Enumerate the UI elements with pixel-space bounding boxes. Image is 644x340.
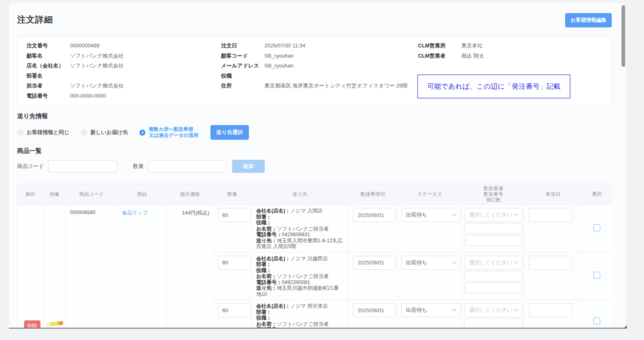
- radio-icon[interactable]: [17, 130, 23, 136]
- radio-icon[interactable]: [81, 130, 87, 136]
- phone-number: 000-0000-0000: [70, 91, 106, 101]
- quantity-cell: [214, 252, 251, 300]
- row-quantity-input[interactable]: [218, 256, 251, 270]
- row-quantity-input[interactable]: [218, 208, 251, 222]
- field-label: CLM営業者: [418, 51, 461, 61]
- field-label: 役職: [221, 71, 264, 81]
- ship-date-input[interactable]: [529, 303, 572, 317]
- table-header-row: 操作 画像 商品コード 商品 販売価格 数量 送り先 配達希望日 ステータス 配…: [18, 184, 612, 205]
- chevron-down-icon: [514, 259, 519, 264]
- col-header-product-code: 商品コード: [66, 184, 118, 205]
- ship-date-input[interactable]: [529, 256, 572, 270]
- row-checkbox[interactable]: [593, 318, 600, 324]
- store-name: ソフトバンク株式会社: [70, 61, 124, 71]
- tracking-number-input[interactable]: [465, 318, 523, 329]
- radio-new-destination[interactable]: 新しいお届け先: [81, 129, 128, 136]
- field-label: CLM営業所: [418, 41, 461, 51]
- quantity-cell: [214, 300, 251, 329]
- field-label: 顧客名: [27, 51, 70, 61]
- image-cell: [43, 205, 66, 329]
- select-cell: [582, 205, 612, 253]
- field-label: 注文日: [221, 41, 264, 51]
- price-cell: 144円(税込): [167, 205, 214, 329]
- address: 東京都港区 海岸東京ポートシティ竹芝オフィスタワー 29階: [264, 81, 407, 91]
- ship-date-cell: [525, 205, 582, 253]
- field-label: 顧客コード: [221, 51, 264, 61]
- delivery-date-cell: [349, 252, 397, 300]
- annotation-note: 可能であれば、この辺に「発注番号」記載: [417, 74, 570, 98]
- carrier-select[interactable]: 選択してください: [465, 256, 523, 270]
- product-name-cell: 食品ラップ: [118, 205, 167, 329]
- col-header-delivery-date: 配達希望日: [349, 184, 397, 205]
- field-label: 店名（会社名）: [27, 61, 70, 71]
- field-label: 注文番号: [27, 41, 70, 51]
- delivery-date-input[interactable]: [353, 256, 396, 270]
- customer-code-link[interactable]: SB_ryouhan: [264, 51, 294, 61]
- delivery-date-cell: [349, 205, 397, 253]
- destination-cell: 会社名(店名)：ノジマ 所沢本店 部署： 役職： お名前：ソフトバンクご担当者 …: [251, 300, 349, 329]
- row-checkbox[interactable]: [593, 224, 600, 231]
- radio-multiple-destinations[interactable]: 複数カ所へ配送希望 又は過去データの流用: [139, 126, 198, 139]
- row-checkbox[interactable]: [593, 272, 600, 279]
- page-title: 注文詳細: [17, 14, 53, 25]
- tracking-number-input[interactable]: [465, 271, 523, 282]
- chevron-down-icon: [514, 212, 519, 216]
- product-code-label: 商品コード: [17, 163, 44, 170]
- delete-button[interactable]: 削除: [24, 320, 40, 329]
- quantity-cell: [214, 205, 251, 253]
- radio-checked-icon[interactable]: [139, 130, 145, 136]
- chevron-down-icon: [452, 212, 456, 216]
- product-name-link[interactable]: 食品ラップ: [122, 207, 162, 217]
- destination-select-button[interactable]: 送り先選択: [210, 125, 248, 140]
- email-address: SB_ryouhan: [264, 61, 294, 71]
- delivery-date-input[interactable]: [353, 208, 396, 222]
- field-label: 担当者: [27, 81, 70, 91]
- select-cell: [582, 252, 612, 300]
- ship-date-cell: [525, 300, 582, 329]
- col-header-status: ステータス: [397, 184, 463, 205]
- operation-cell: 削除: [18, 205, 43, 329]
- destination-row: 削除 000006580 食品ラップ 144円(税込): [18, 205, 612, 253]
- field-label: 部署名: [27, 71, 70, 81]
- status-select[interactable]: 出荷待ち: [401, 303, 461, 317]
- select-cell: [582, 300, 612, 329]
- chevron-down-icon: [452, 259, 456, 264]
- col-header-carrier: 配送業者 配送番号 個口数: [463, 184, 525, 205]
- col-header-operation: 操作: [18, 184, 43, 205]
- clm-office: 東京本社: [461, 41, 483, 51]
- delivery-date-input[interactable]: [353, 303, 396, 317]
- radio-label: 新しいお届け先: [90, 129, 128, 136]
- carrier-cell: 選択してください: [463, 252, 525, 300]
- status-select[interactable]: 出荷待ち: [401, 208, 461, 222]
- radio-same-as-customer[interactable]: お客様情報と同じ: [17, 129, 69, 136]
- ship-date-input[interactable]: [529, 208, 572, 222]
- product-code-input[interactable]: [48, 160, 117, 172]
- product-code-cell: 000006580: [66, 205, 118, 329]
- vertical-scrollbar-thumb[interactable]: [622, 5, 625, 67]
- parcel-count-input[interactable]: [465, 283, 523, 293]
- card-header: 注文詳細 お客様情報編集: [9, 3, 626, 31]
- carrier-select[interactable]: 選択してください: [465, 303, 523, 317]
- edit-customer-info-button[interactable]: お客様情報編集: [565, 13, 612, 27]
- tracking-number-input[interactable]: [465, 223, 523, 234]
- order-info-panel: 注文番号0000000489 顧客名ソフトバンク株式会社 店名（会社名）ソフトバ…: [17, 36, 612, 105]
- quantity-input[interactable]: [148, 160, 226, 172]
- parcel-count-input[interactable]: [465, 235, 523, 246]
- carrier-cell: 選択してください: [463, 205, 525, 253]
- destination-cell: 会社名(店名)：ノジマ 川越西店 部署： 役職： お名前：ソフトバンクご担当者 …: [251, 252, 349, 300]
- shipping-radio-group: お客様情報と同じ 新しいお届け先 複数カ所へ配送希望 又は過去データの流用 送り…: [17, 125, 626, 140]
- quantity-label: 数量: [133, 163, 144, 170]
- status-cell: 出荷待ち: [397, 205, 463, 253]
- status-select[interactable]: 出荷待ち: [401, 256, 461, 270]
- col-header-product: 商品: [118, 184, 167, 205]
- product-entry-row: 商品コード 数量 追加: [17, 160, 626, 173]
- chevron-down-icon: [514, 307, 519, 311]
- product-list-section-title: 商品一覧: [17, 147, 626, 155]
- order-detail-card: 注文詳細 お客様情報編集 注文番号0000000489 顧客名ソフトバンク株式会…: [9, 3, 626, 329]
- row-quantity-input[interactable]: [218, 303, 251, 317]
- add-product-button[interactable]: 追加: [232, 160, 265, 173]
- col-header-quantity: 数量: [214, 184, 251, 205]
- carrier-select[interactable]: 選択してください: [465, 208, 523, 222]
- col-header-ship-date: 発送日: [525, 184, 582, 205]
- order-info-column-middle: 注文日2025/07/30 11:34 顧客コードSB_ryouhan メールア…: [221, 41, 418, 105]
